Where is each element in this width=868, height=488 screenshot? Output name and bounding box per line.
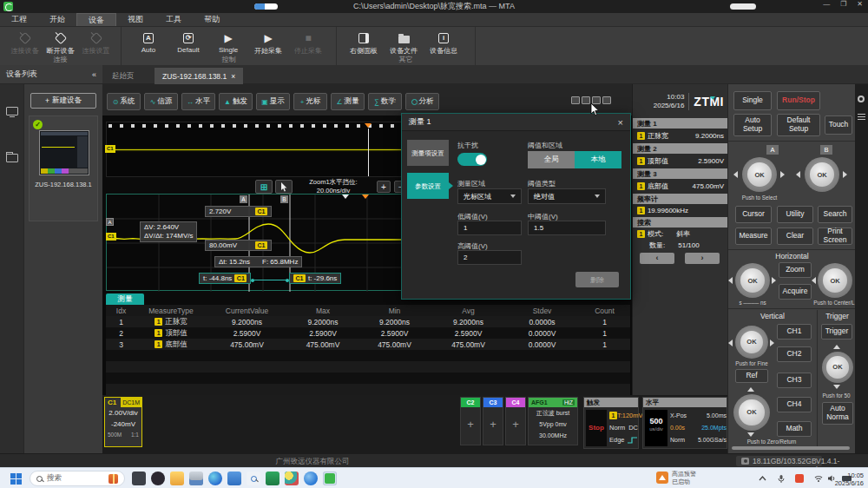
calculator-icon[interactable] bbox=[189, 472, 203, 485]
maximize-button[interactable]: ❐ bbox=[840, 0, 846, 8]
acquire-button[interactable]: Acquire bbox=[779, 284, 812, 300]
taskbar-search[interactable]: 搜索 bbox=[30, 471, 125, 486]
device-card[interactable]: ✓ ZUS-192.168.138.1 bbox=[29, 115, 98, 221]
disconnect-device-button[interactable]: 断开设备 bbox=[43, 30, 78, 56]
capture-icon[interactable] bbox=[571, 96, 580, 104]
excel-icon[interactable] bbox=[266, 472, 279, 485]
cursor-b-label[interactable]: B bbox=[280, 195, 288, 203]
c1-trace-marker[interactable]: C1 bbox=[106, 233, 116, 241]
auto-setup-button[interactable]: Auto Setup bbox=[733, 114, 772, 136]
scope-menu-trigger[interactable]: ▲触发 bbox=[219, 93, 253, 110]
v-position-up-arrow[interactable] bbox=[747, 387, 754, 392]
settings-gear-icon[interactable] bbox=[858, 96, 865, 102]
table-row[interactable]: 1 1正脉宽 9.2000ns 9.2000ns 9.2000ns 9.2000… bbox=[106, 316, 630, 327]
search-next-button[interactable]: › bbox=[685, 253, 720, 264]
horizontal-position-knob[interactable]: OK bbox=[735, 263, 770, 298]
h-knob-right-arrow[interactable] bbox=[772, 277, 776, 284]
default-setup-button[interactable]: Default Setup bbox=[777, 114, 820, 136]
file-explorer-icon[interactable] bbox=[170, 472, 184, 485]
tab-measure-items[interactable]: 测量项设置 bbox=[407, 140, 449, 166]
menu-tools[interactable]: 工具 bbox=[155, 13, 193, 26]
freq-counter-header[interactable]: 频率计 bbox=[633, 194, 728, 204]
task-view-icon[interactable] bbox=[132, 472, 146, 485]
afg-status[interactable]: AFG1 HiZ 正弦波 burst 5Vpp 0mv 30.00MHz bbox=[528, 397, 578, 445]
scope-menu-source[interactable]: ∿信源 bbox=[144, 93, 178, 110]
anti-interference-toggle[interactable] bbox=[457, 153, 487, 166]
menu-device[interactable]: 设备 bbox=[76, 13, 116, 26]
stop-acquire-button[interactable]: ■ 停止采集 bbox=[288, 30, 328, 56]
wifi-icon[interactable] bbox=[814, 475, 823, 484]
single-button[interactable]: ▶ Single bbox=[208, 30, 248, 54]
knob-b-left-arrow[interactable] bbox=[796, 171, 800, 178]
start-acquire-button[interactable]: ▶ 开始采集 bbox=[248, 30, 288, 56]
paint-app-icon[interactable] bbox=[285, 472, 299, 485]
scope-menu-system[interactable]: ⊙系统 bbox=[107, 93, 141, 110]
microphone-icon[interactable] bbox=[778, 475, 785, 485]
search-prev-button[interactable]: ‹ bbox=[640, 253, 674, 264]
knob-a-left-arrow[interactable] bbox=[733, 171, 738, 178]
measure-3-value-row[interactable]: 1 底部值 475.00mV bbox=[633, 179, 728, 194]
h-knob-left-arrow[interactable] bbox=[728, 277, 733, 284]
weather-widget[interactable]: 高温预警 已启动 bbox=[656, 470, 696, 485]
low-threshold-input[interactable]: 1 bbox=[457, 221, 522, 235]
remote-app-icon[interactable] bbox=[227, 472, 241, 485]
panel-scrollbar[interactable] bbox=[732, 446, 850, 450]
people-app-icon[interactable] bbox=[151, 472, 165, 485]
auto-button[interactable]: A Auto bbox=[128, 30, 168, 54]
device-view-icon[interactable] bbox=[6, 107, 18, 115]
menu-help[interactable]: 帮助 bbox=[193, 13, 231, 26]
trigger-level-knob[interactable]: OK bbox=[822, 352, 853, 383]
collapse-sidebar-button[interactable]: « bbox=[92, 70, 96, 79]
auto-normal-button[interactable]: Auto Norma bbox=[822, 402, 853, 425]
threshold-type-select[interactable]: 绝对值 bbox=[528, 188, 606, 204]
multipurpose-knob-a[interactable]: OK bbox=[742, 157, 777, 192]
single-button[interactable]: Single bbox=[733, 91, 772, 110]
scope-menu-math[interactable]: ∑数学 bbox=[368, 93, 402, 110]
trigger-level-down-arrow[interactable] bbox=[833, 385, 840, 389]
trigger-menu-button[interactable]: Trigger bbox=[821, 324, 852, 340]
high-threshold-input[interactable]: 2 bbox=[457, 250, 522, 265]
search-header[interactable]: 搜索 bbox=[633, 217, 728, 228]
v-knob-right-arrow[interactable] bbox=[770, 340, 774, 346]
measure-2-value-row[interactable]: 1 顶部值 2.5900V bbox=[633, 154, 728, 168]
run-stop-button[interactable]: Run/Stop bbox=[777, 91, 820, 110]
segment-global[interactable]: 全局 bbox=[528, 151, 575, 168]
menu-project[interactable]: 工程 bbox=[0, 13, 38, 26]
ch2-button[interactable]: CH2 bbox=[777, 346, 812, 362]
edge-browser-icon[interactable] bbox=[208, 472, 222, 485]
vertical-scale-knob[interactable]: OK bbox=[735, 326, 768, 359]
vertical-position-knob[interactable]: OK bbox=[733, 394, 770, 431]
mta-app-icon-active[interactable] bbox=[323, 472, 337, 485]
close-button[interactable]: ✕ bbox=[857, 0, 863, 8]
menu-start[interactable]: 开始 bbox=[38, 13, 76, 26]
scope-menu-measure[interactable]: ∠测量 bbox=[331, 93, 365, 110]
multipurpose-knob-b[interactable]: OK bbox=[805, 157, 839, 192]
chevron-up-icon[interactable] bbox=[759, 475, 766, 483]
measure-area-select[interactable]: 光标区域 bbox=[457, 188, 522, 204]
dialog-close-icon[interactable]: × bbox=[618, 117, 623, 128]
trigger-level-up-arrow[interactable] bbox=[833, 345, 840, 349]
scope-menu-horizontal[interactable]: ↔水平 bbox=[181, 93, 215, 110]
list-menu-icon[interactable] bbox=[858, 114, 865, 120]
touch-button[interactable]: Touch bbox=[825, 115, 852, 135]
print-screen-button[interactable]: Print Screen bbox=[818, 228, 852, 245]
measure-2-header[interactable]: 测量 2 bbox=[633, 143, 728, 154]
connect-device-button[interactable]: 连接设备 bbox=[7, 30, 43, 56]
segment-local[interactable]: 本地 bbox=[575, 151, 621, 168]
add-zoom-button[interactable]: ⊞ bbox=[255, 180, 273, 194]
scope-menu-cursor[interactable]: +光标 bbox=[293, 93, 327, 110]
trigger-position-marker[interactable] bbox=[365, 123, 372, 128]
v-knob-left-arrow[interactable] bbox=[728, 340, 733, 346]
taskbar-clock[interactable]: 10:05 2025/6/16 bbox=[835, 472, 864, 488]
channel-c2-add[interactable]: C2 + bbox=[460, 397, 481, 445]
horizontal-scale-knob[interactable]: OK bbox=[818, 263, 852, 298]
default-button[interactable]: ⟳ Default bbox=[168, 30, 208, 54]
channel-c4-add[interactable]: C4 + bbox=[505, 397, 526, 445]
connection-settings-button[interactable]: 连接设置 bbox=[78, 30, 114, 56]
device-file-button[interactable]: 设备文件 bbox=[384, 30, 424, 56]
v-position-down-arrow[interactable] bbox=[747, 432, 754, 437]
measure-button[interactable]: Measure bbox=[735, 228, 772, 245]
clear-button[interactable]: Clear bbox=[777, 228, 813, 245]
tab-close-icon[interactable]: × bbox=[231, 72, 235, 81]
start-button[interactable] bbox=[10, 473, 22, 485]
